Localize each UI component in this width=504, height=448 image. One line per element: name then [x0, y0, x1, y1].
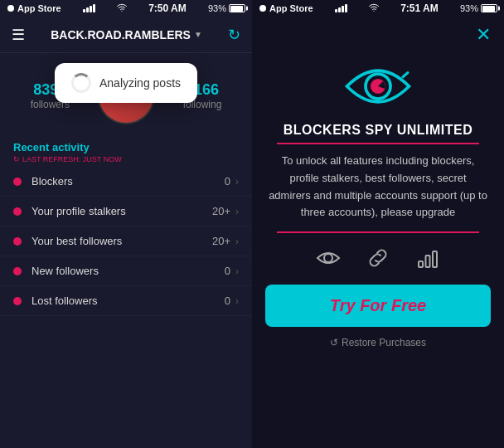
brand-title[interactable]: BACK.ROAD.RAMBLERS ▼ [51, 28, 202, 41]
section-title: Recent activity [13, 141, 239, 153]
battery-icon-right [481, 4, 497, 12]
status-bar-left: App Store 7:50 AM 93% [0, 0, 252, 17]
activity-count: 20+ [212, 235, 230, 247]
svg-rect-6 [419, 261, 423, 267]
svg-point-1 [259, 5, 266, 12]
refresh-time: LAST REFRESH: JUST NOW [22, 155, 122, 163]
wifi-icon-left [117, 3, 127, 13]
wifi-icon-right [369, 3, 379, 13]
app-store-text-right: App Store [269, 3, 313, 13]
activity-count: 0 [225, 175, 230, 187]
section-header: Recent activity ↻ LAST REFRESH: JUST NOW [0, 134, 252, 167]
activity-count: 0 [225, 295, 230, 307]
apple-icon-left [7, 4, 15, 12]
red-divider-top [277, 143, 478, 144]
svg-rect-7 [426, 256, 430, 267]
profile-area: 8398 followers 6166 following Analyzing … [0, 53, 252, 134]
right-panel: App Store 7:51 AM 93% ✕ [252, 0, 504, 448]
activity-dot [13, 267, 22, 275]
activity-name: Your best followers [32, 235, 212, 247]
apple-icon-right [259, 4, 267, 12]
activity-name: Blockers [32, 175, 225, 187]
brand-name: BACK.ROAD.RAMBLERS [51, 28, 191, 41]
battery-pct-right: 93% [460, 3, 478, 13]
activity-count: 20+ [212, 205, 230, 217]
svg-point-5 [324, 254, 332, 262]
activity-list: Blockers 0 › Your profile stalkers 20+ ›… [0, 167, 252, 448]
signal-bars-left [83, 4, 95, 12]
promo-description: To unlock all features including blocker… [252, 153, 504, 231]
list-item[interactable]: Lost followers 0 › [0, 286, 252, 316]
refresh-small-icon: ↻ [13, 155, 20, 163]
chevron-right-icon: › [235, 265, 239, 277]
list-item[interactable]: Blockers 0 › [0, 167, 252, 197]
feature-link-icon [365, 245, 391, 271]
activity-name: Your profile stalkers [32, 205, 212, 217]
refresh-icon[interactable]: ↻ [228, 26, 240, 44]
nav-bar-left: ☰ BACK.ROAD.RAMBLERS ▼ ↻ [0, 17, 252, 53]
list-item[interactable]: Your best followers 20+ › [0, 226, 252, 256]
hamburger-icon[interactable]: ☰ [12, 26, 25, 44]
link-feature-icon [365, 245, 391, 271]
activity-count: 0 [225, 265, 230, 277]
top-bar-right: ✕ [252, 17, 504, 53]
restore-text: Restore Purchases [342, 337, 426, 348]
activity-dot [13, 207, 22, 216]
chevron-right-icon: › [235, 295, 239, 307]
feature-eye-icon [315, 245, 342, 271]
chevron-right-icon: › [235, 176, 239, 187]
svg-line-4 [403, 73, 408, 77]
activity-name: New followers [32, 265, 225, 277]
restore-purchases-link[interactable]: ↺ Restore Purchases [252, 334, 504, 352]
chart-feature-icon [414, 245, 441, 271]
activity-dot [13, 237, 22, 246]
left-panel: App Store 7:50 AM 93% ☰ BACK.ROAD.RAMBLE… [0, 0, 252, 448]
activity-name: Lost followers [32, 295, 225, 307]
feature-chart-icon [414, 245, 441, 271]
section-refresh: ↻ LAST REFRESH: JUST NOW [13, 155, 239, 163]
restore-icon: ↺ [330, 337, 338, 348]
list-item[interactable]: Your profile stalkers 20+ › [0, 197, 252, 226]
battery-icon-left [229, 4, 245, 12]
try-btn-container: Try For Free [252, 285, 504, 334]
time-left: 7:50 AM [148, 2, 187, 14]
app-store-label-left: App Store [7, 3, 61, 13]
promo-title: BLOCKERS SPY UNLIMITED [252, 123, 504, 143]
analyzing-text: Analyzing posts [99, 76, 181, 90]
eye-feature-icon [315, 245, 342, 271]
close-button[interactable]: ✕ [476, 24, 491, 46]
status-bar-right: App Store 7:51 AM 93% [252, 0, 504, 17]
brand-chevron-icon: ▼ [194, 30, 202, 39]
spinner-icon [71, 73, 91, 93]
signal-bars-right [335, 4, 347, 12]
eye-logo [341, 61, 415, 111]
analyzing-overlay: Analyzing posts [55, 63, 197, 103]
list-item[interactable]: New followers 0 › [0, 256, 252, 286]
feature-icons-row [252, 245, 504, 285]
svg-point-0 [7, 5, 14, 12]
time-right: 7:51 AM [400, 2, 439, 14]
battery-pct-left: 93% [208, 3, 226, 13]
chevron-right-icon: › [235, 206, 239, 217]
chevron-right-icon: › [235, 236, 239, 247]
logo-area [252, 53, 504, 123]
app-store-text-left: App Store [17, 3, 61, 13]
app-store-label-right: App Store [259, 3, 313, 13]
red-divider-bottom [277, 231, 478, 233]
try-for-free-button[interactable]: Try For Free [265, 285, 491, 327]
activity-dot [13, 297, 22, 305]
svg-rect-8 [433, 251, 437, 267]
activity-dot [13, 178, 22, 186]
